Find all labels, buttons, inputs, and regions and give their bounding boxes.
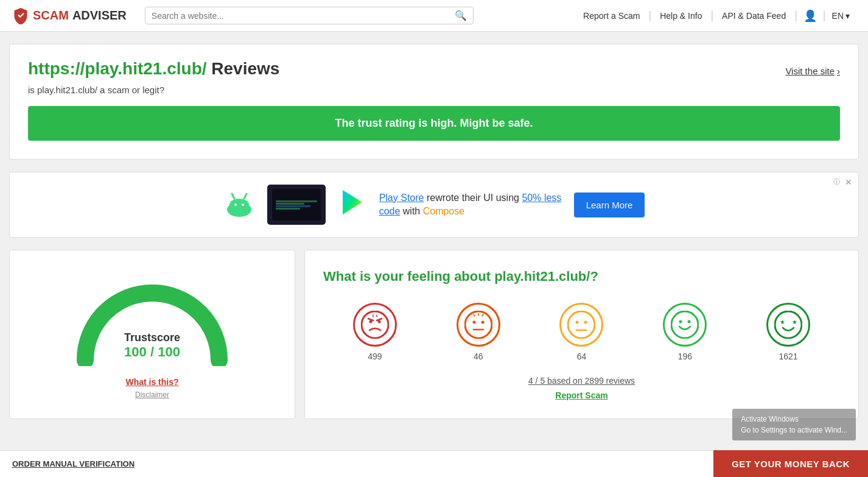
svg-point-23: [584, 321, 587, 324]
search-button[interactable]: 🔍: [455, 10, 467, 21]
svg-marker-6: [343, 190, 362, 214]
play-store-icon: [338, 188, 367, 222]
nav-links: Report a Scam | Help & Info | API & Data…: [575, 9, 856, 23]
ad-close-icon[interactable]: ✕: [845, 177, 852, 187]
svg-text:★: ★: [792, 319, 797, 325]
lang-label: EN: [832, 11, 844, 21]
gauge-center-text: Trustscore 100 / 100: [124, 331, 180, 360]
feeling-title: What is your feeling about play.hit21.cl…: [323, 269, 840, 284]
ad-learn-more-button[interactable]: Learn More: [574, 193, 645, 217]
emoji-excellent-count: 1621: [779, 352, 798, 361]
trust-message: The trust rating is high. Might be safe.: [335, 117, 533, 129]
visit-site-link[interactable]: Visit the site ›: [785, 66, 840, 76]
feeling-site: play.hit21.club/: [494, 269, 590, 284]
ad-text-part2: rewrote their UI using: [424, 193, 522, 203]
ad-info-icon[interactable]: ⓘ: [833, 177, 840, 186]
ad-text-part4: with: [400, 206, 422, 216]
svg-text:★: ★: [780, 319, 785, 325]
trustscore-value: 100 / 100: [124, 344, 180, 360]
ad-compose-text: Compose: [423, 206, 464, 216]
logo-scam-text: SCAM: [33, 9, 69, 23]
visit-site-label: Visit the site: [785, 66, 835, 76]
svg-line-4: [232, 194, 234, 199]
svg-point-7: [362, 311, 388, 338]
language-selector[interactable]: EN ▾: [826, 11, 856, 21]
emoji-bad-circle: [457, 303, 500, 347]
feeling-title-suffix: ?: [590, 269, 598, 284]
ad-inner: Play Store rewrote their UI using 50% le…: [211, 178, 657, 231]
emoji-bad[interactable]: 46: [457, 303, 500, 361]
logo[interactable]: SCAMADVISER: [12, 7, 127, 24]
svg-point-21: [568, 311, 595, 338]
emoji-neutral-circle: [559, 303, 603, 347]
review-url: https://play.hit21.club/: [28, 59, 207, 78]
svg-point-3: [242, 203, 244, 206]
nav-help-info[interactable]: Help & Info: [651, 11, 710, 21]
trust-banner: The trust rating is high. Might be safe.: [28, 106, 840, 141]
emoji-excellent-circle: ★ ★: [766, 303, 810, 347]
svg-point-16: [481, 321, 484, 324]
review-title-suffix: Reviews: [207, 59, 280, 78]
review-header: https://play.hit21.club/ Reviews Visit t…: [28, 59, 840, 79]
disclaimer-link[interactable]: Disclaimer: [135, 390, 169, 399]
rating-text[interactable]: 4 / 5 based on 2899 reviews: [323, 376, 840, 386]
logo-adviser-text: ADVISER: [72, 9, 127, 23]
chevron-right-icon: ›: [837, 66, 840, 76]
chevron-down-icon: ▾: [845, 11, 850, 21]
svg-point-15: [472, 321, 475, 324]
user-icon[interactable]: 👤: [797, 9, 823, 23]
search-bar[interactable]: 🔍: [145, 7, 474, 24]
emoji-neutral-count: 64: [577, 352, 587, 361]
main-content: https://play.hit21.club/ Reviews Visit t…: [0, 32, 868, 431]
feeling-title-prefix: What is your feeling about: [323, 269, 494, 284]
emoji-row: 499: [323, 303, 840, 361]
laptop-image: [267, 185, 326, 225]
emoji-very-bad-circle: [353, 303, 397, 347]
report-scam-link[interactable]: Report Scam: [323, 390, 840, 400]
svg-point-25: [671, 311, 698, 338]
emoji-good-circle: [663, 303, 707, 347]
svg-point-26: [679, 320, 682, 323]
ad-play-store-link[interactable]: Play Store: [379, 193, 424, 203]
svg-point-2: [234, 203, 237, 206]
svg-line-5: [244, 194, 247, 199]
header: SCAMADVISER 🔍 Report a Scam | Help & Inf…: [0, 0, 868, 32]
trust-score-card: Trustscore 100 / 100 What is this? Discl…: [9, 250, 295, 419]
svg-rect-1: [229, 202, 249, 213]
feeling-card: What is your feeling about play.hit21.cl…: [304, 250, 859, 419]
emoji-neutral[interactable]: 64: [559, 303, 603, 361]
emoji-excellent[interactable]: ★ ★ 1621: [766, 303, 810, 361]
emoji-bad-count: 46: [474, 352, 483, 361]
ad-text: Play Store rewrote their UI using 50% le…: [379, 191, 562, 219]
review-subtitle: is play.hit21.club/ a scam or legit?: [28, 85, 840, 95]
emoji-good-count: 196: [678, 352, 692, 361]
emoji-very-bad-count: 499: [368, 352, 382, 361]
review-title: https://play.hit21.club/ Reviews: [28, 59, 279, 79]
gauge-wrap: Trustscore 100 / 100: [67, 269, 237, 366]
nav-report-scam[interactable]: Report a Scam: [575, 11, 648, 21]
nav-api[interactable]: API & Data Feed: [713, 11, 794, 21]
bottom-row: Trustscore 100 / 100 What is this? Discl…: [9, 250, 859, 419]
what-is-this-link[interactable]: What is this?: [125, 377, 178, 387]
svg-point-22: [576, 321, 579, 324]
review-card: https://play.hit21.club/ Reviews Visit t…: [9, 44, 859, 160]
logo-shield-icon: [12, 7, 29, 24]
search-input[interactable]: [152, 11, 455, 21]
android-icon: [223, 186, 255, 223]
ad-banner: ⓘ ✕: [9, 172, 859, 238]
emoji-good[interactable]: 196: [663, 303, 707, 361]
svg-point-27: [688, 320, 691, 323]
trustscore-label: Trustscore: [124, 331, 180, 344]
emoji-very-bad[interactable]: 499: [353, 303, 397, 361]
